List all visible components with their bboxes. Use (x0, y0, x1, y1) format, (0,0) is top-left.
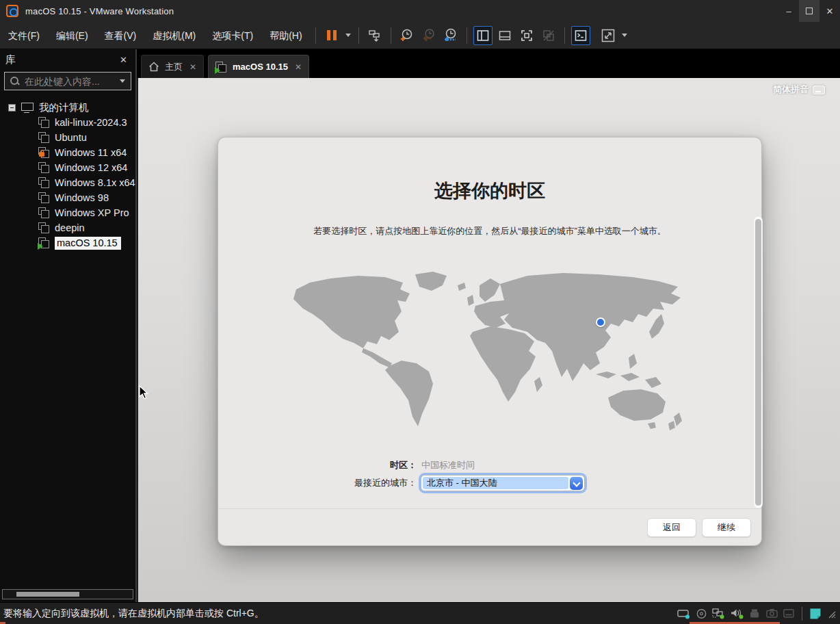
send-ctrl-alt-del-button[interactable] (365, 26, 384, 45)
home-icon (148, 62, 159, 72)
close-button[interactable]: ✕ (819, 0, 840, 22)
vm-console-icon (38, 117, 50, 128)
vm-label: kali-linux-2024.3 (55, 117, 127, 128)
library-horizontal-scrollbar[interactable] (2, 589, 133, 599)
tab-close-icon[interactable]: ✕ (189, 62, 196, 72)
window-title: macOS 10.15 - VMware Workstation (25, 6, 174, 16)
continue-button[interactable]: 继续 (702, 518, 751, 537)
tree-node-my-computer[interactable]: 我的计算机 (0, 100, 135, 115)
tree-item-vm[interactable]: Ubuntu (0, 130, 135, 145)
revert-snapshot-button[interactable] (419, 26, 438, 45)
tab-close-icon[interactable]: ✕ (295, 62, 302, 72)
tab-home[interactable]: 主页 ✕ (141, 55, 204, 78)
selected-city-value: 北京市 - 中国大陆 (423, 477, 497, 489)
search-input[interactable] (23, 75, 117, 88)
collapse-expander-icon[interactable] (8, 104, 16, 112)
dialog-scrollbar[interactable] (754, 216, 763, 508)
message-log-icon[interactable] (809, 608, 822, 620)
vm-label: Windows XP Pro (55, 207, 129, 218)
unity-mode-icon (541, 28, 556, 43)
sound-icon[interactable] (731, 608, 744, 619)
ime-label: 简体拼音 (773, 83, 809, 96)
vm-console-icon (38, 147, 50, 158)
toggle-thumbnail-bar-button[interactable] (495, 26, 514, 45)
pause-icon (327, 30, 337, 40)
scrollbar-thumb[interactable] (16, 592, 79, 597)
closest-city-select[interactable]: 北京市 - 中国大陆 (421, 475, 585, 491)
tree-item-vm-selected[interactable]: macOS 10.15 (0, 235, 135, 250)
vm-label: deepin (55, 222, 85, 233)
selected-city-highlight: 北京市 - 中国大陆 (423, 477, 568, 489)
running-play-icon (215, 67, 220, 74)
camera-icon[interactable] (766, 608, 778, 619)
library-close-icon[interactable]: ✕ (120, 55, 127, 65)
removable-tray-icon[interactable] (783, 608, 795, 619)
computer-icon (21, 103, 34, 113)
tree-item-vm[interactable]: Windows XP Pro (0, 205, 135, 220)
fullscreen-button[interactable] (517, 26, 536, 45)
timezone-label: 时区： (218, 459, 417, 471)
menu-vm[interactable]: 虚拟机(M) (144, 22, 204, 49)
select-chevron-down-icon[interactable] (570, 477, 583, 490)
caret-down-icon[interactable] (345, 34, 351, 37)
stretch-guest-button[interactable] (599, 26, 618, 45)
scrollbar-thumb[interactable] (755, 219, 761, 506)
menu-edit[interactable]: 编辑(E) (48, 22, 96, 49)
vm-label: Windows 8.1x x64 (55, 177, 135, 188)
library-search-box[interactable] (4, 72, 131, 90)
vm-tree: 我的计算机 kali-linux-2024.3 Ubuntu Windows 1… (0, 100, 135, 250)
take-snapshot-button[interactable] (397, 26, 417, 45)
vm-label: macOS 10.15 (55, 237, 121, 250)
dialog-footer: 返回 继续 (218, 508, 761, 545)
tree-item-vm[interactable]: Windows 11 x64 (0, 145, 135, 160)
network-adapter-icon[interactable] (712, 608, 726, 619)
tab-vm-macos[interactable]: macOS 10.15 ✕ (208, 55, 309, 78)
menu-view[interactable]: 查看(V) (96, 22, 145, 49)
world-map-image (287, 266, 689, 430)
search-icon (10, 77, 19, 86)
manage-snapshots-button[interactable] (441, 26, 460, 45)
menu-file[interactable]: 文件(F) (0, 22, 48, 49)
toolbar-separator (358, 27, 359, 44)
tree-item-vm[interactable]: Windows 8.1x x64 (0, 175, 135, 190)
vmware-window: macOS 10.15 - VMware Workstation – ✕ 文件(… (0, 0, 840, 624)
tab-home-label: 主页 (165, 61, 183, 73)
toggle-library-button[interactable] (473, 26, 493, 45)
search-caret-down-icon[interactable] (120, 79, 125, 83)
world-map[interactable] (287, 266, 689, 430)
vm-display[interactable]: 简体拼音 选择你的时区 若要选择时区，请点按地图上靠近你的位置，然后从“最接近的… (138, 78, 840, 602)
tree-item-vm[interactable]: deepin (0, 220, 135, 235)
pause-button[interactable] (322, 26, 341, 45)
tree-item-vm[interactable]: Windows 98 (0, 190, 135, 205)
closest-city-label: 最接近的城市： (218, 477, 417, 489)
menu-tabs[interactable]: 选项卡(T) (204, 22, 261, 49)
input-method-indicator[interactable]: 简体拼音 (773, 83, 825, 96)
minimize-button[interactable]: – (778, 0, 799, 22)
statusbar-message: 要将输入定向到该虚拟机，请在虚拟机内部单击或按 Ctrl+G。 (3, 608, 264, 620)
tree-item-vm[interactable]: Windows 12 x64 (0, 160, 135, 175)
library-panel-icon (475, 28, 490, 43)
menu-help[interactable]: 帮助(H) (261, 22, 310, 49)
titlebar: macOS 10.15 - VMware Workstation – ✕ (0, 0, 840, 22)
caret-down-icon[interactable] (622, 34, 627, 37)
maximize-button[interactable] (799, 0, 819, 22)
cd-dvd-icon[interactable] (696, 608, 707, 619)
back-button[interactable]: 返回 (647, 518, 696, 537)
fullscreen-icon (519, 28, 534, 43)
toolbar-separator (391, 27, 391, 44)
resize-grip[interactable] (826, 609, 836, 619)
console-view-button[interactable] (571, 26, 590, 45)
dialog-title: 选择你的时区 (218, 179, 761, 203)
timezone-value: 中国标准时间 (421, 459, 475, 471)
vmware-logo-icon (6, 5, 18, 17)
vm-console-icon (38, 207, 50, 218)
hard-disk-icon[interactable] (677, 608, 691, 619)
statusbar: 要将输入定向到该虚拟机，请在虚拟机内部单击或按 Ctrl+G。 (0, 602, 840, 624)
stretch-guest-icon (600, 27, 616, 44)
usb-icon[interactable] (749, 608, 761, 619)
keyboard-icon (813, 86, 825, 94)
tree-item-vm[interactable]: kali-linux-2024.3 (0, 115, 135, 130)
toolbar-separator (564, 27, 565, 44)
timezone-dialog: 选择你的时区 若要选择时区，请点按地图上靠近你的位置，然后从“最接近的城市”菜单… (218, 137, 762, 546)
selected-city-marker[interactable] (596, 317, 605, 327)
